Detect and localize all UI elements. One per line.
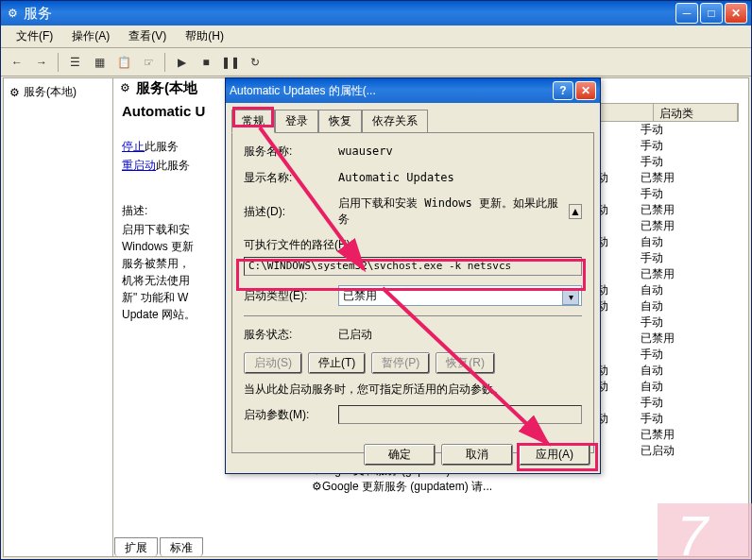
apply-button[interactable]: 应用(A) [519, 444, 590, 466]
bottom-tabs: 扩展 标准 [114, 537, 205, 556]
pause-button[interactable]: ❚❚ [220, 52, 241, 73]
dialog-buttons: 确定 取消 应用(A) [364, 444, 590, 466]
menu-file[interactable]: 文件(F) [9, 26, 60, 46]
tab-recovery[interactable]: 恢复 [318, 110, 362, 133]
stop-button[interactable]: ■ [196, 52, 216, 73]
path-value: C:\WINDOWS\system32\svchost.exe -k netsv… [244, 257, 582, 276]
maximize-button[interactable]: □ [700, 3, 723, 24]
disp-name-label: 显示名称: [244, 170, 338, 186]
export-button[interactable]: 📋 [113, 52, 134, 73]
dialog-close-button[interactable]: ✕ [575, 81, 596, 100]
tree-root[interactable]: ⚙ 服务(本地) [8, 82, 109, 102]
ok-button[interactable]: 确定 [364, 444, 436, 466]
params-label: 启动参数(M): [244, 407, 338, 423]
general-panel: 服务名称: wuauserv 显示名称: Automatic Updates 描… [231, 132, 594, 453]
tree-pane: ⚙ 服务(本地) [4, 78, 113, 556]
resume-button[interactable]: 恢复(R) [436, 352, 495, 374]
path-label: 可执行文件的路径(H): [244, 237, 582, 253]
desc-value: 启用下载和安装 Windows 更新。如果此服务 [338, 195, 569, 228]
gear-icon: ⚙ [9, 86, 20, 99]
tab-extended[interactable]: 扩展 [114, 537, 158, 556]
list-item[interactable]: ⚙Google 更新服务 (gupdatem) 请... [312, 479, 492, 495]
tab-standard[interactable]: 标准 [160, 537, 203, 556]
restart-link[interactable]: 重启动 [122, 159, 156, 172]
properties-dialog: Automatic Updates 的属性(... ? ✕ 常规 登录 恢复 依… [225, 77, 601, 474]
tab-logon[interactable]: 登录 [275, 110, 318, 133]
up-button[interactable]: ☰ [64, 52, 85, 73]
window-title: 服务 [24, 5, 675, 23]
main-titlebar[interactable]: ⚙ 服务 ─ □ ✕ [1, 1, 751, 25]
forward-button[interactable]: → [31, 52, 52, 73]
status-label: 服务状态: [244, 327, 338, 343]
dialog-titlebar[interactable]: Automatic Updates 的属性(... ? ✕ [226, 78, 600, 103]
gear-icon: ⚙ [120, 81, 130, 94]
restart-button[interactable]: ↻ [245, 52, 265, 73]
tab-deps[interactable]: 依存关系 [362, 110, 428, 133]
startup-type-value: 已禁用 [343, 288, 377, 304]
status-value: 已启动 [338, 327, 582, 343]
tab-general[interactable]: 常规 [231, 110, 275, 133]
svc-name-label: 服务名称: [244, 144, 338, 160]
stop-button[interactable]: 停止(T) [308, 352, 366, 374]
props-button[interactable]: ▦ [89, 52, 110, 73]
start-button[interactable]: 启动(S) [244, 352, 302, 374]
services-icon: ⚙ [5, 6, 20, 21]
menu-view[interactable]: 查看(V) [121, 26, 174, 46]
dialog-title: Automatic Updates 的属性(... [230, 83, 553, 99]
startup-label: 启动类型(E): [244, 288, 338, 304]
menu-help[interactable]: 帮助(H) [178, 26, 231, 46]
startup-type-combo[interactable]: 已禁用 [338, 285, 582, 306]
watermark: 7 [658, 503, 752, 560]
refresh-button[interactable]: ☞ [138, 52, 159, 73]
disp-name-value: Automatic Updates [338, 171, 582, 184]
toolbar: ← → ☰ ▦ 📋 ☞ ▶ ■ ❚❚ ↻ [1, 48, 751, 76]
menu-action[interactable]: 操作(A) [64, 26, 117, 46]
play-button[interactable]: ▶ [171, 52, 192, 73]
back-button[interactable]: ← [7, 52, 27, 73]
cancel-button[interactable]: 取消 [441, 444, 513, 466]
svc-name-value: wuauserv [338, 144, 582, 158]
col-startup[interactable]: 启动类 [654, 104, 738, 121]
dialog-tabs: 常规 登录 恢复 依存关系 [226, 103, 600, 132]
scroll-up-icon[interactable]: ▲ [569, 204, 582, 219]
right-header-title: 服务(本地 [136, 79, 197, 97]
tree-root-label: 服务(本地) [24, 84, 77, 100]
help-button[interactable]: ? [553, 81, 573, 100]
minimize-button[interactable]: ─ [675, 3, 698, 24]
menubar: 文件(F) 操作(A) 查看(V) 帮助(H) [1, 25, 751, 48]
params-input [338, 405, 582, 424]
pause-button[interactable]: 暂停(P) [371, 352, 430, 374]
hint-text: 当从此处启动服务时，您可指定所适用的启动参数。 [244, 382, 582, 398]
close-button[interactable]: ✕ [725, 3, 747, 24]
stop-link[interactable]: 停止 [122, 140, 145, 153]
desc-label: 描述(D): [244, 204, 338, 220]
